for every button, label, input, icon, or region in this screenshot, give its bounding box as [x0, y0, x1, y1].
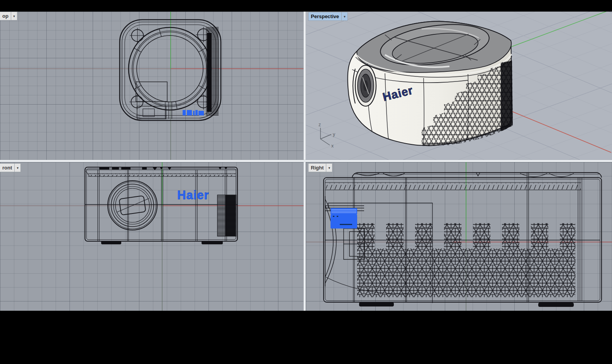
selected-haier-object-right-view[interactable]: [331, 208, 357, 229]
selected-haier-object-top-view[interactable]: [183, 110, 204, 115]
top-view-wireframe: [0, 12, 303, 160]
model-perspective-view[interactable]: Haier: [348, 19, 513, 146]
chevron-down-icon[interactable]: ▾: [341, 12, 348, 20]
gizmo-x-label: x: [331, 143, 334, 149]
viewport-tab-perspective[interactable]: Perspective ▾: [308, 12, 348, 21]
viewport-tab-perspective-label: Perspective: [309, 12, 341, 20]
front-view-axes: [0, 162, 303, 311]
bottom-black-area: [0, 311, 612, 364]
chevron-down-icon[interactable]: ▾: [14, 164, 20, 172]
viewport-tab-top-label: op: [0, 12, 11, 20]
grille-hatch-top-view: [206, 27, 219, 116]
gizmo-z-label: z: [319, 122, 321, 127]
haier-logo-front-selected[interactable]: Haier: [177, 188, 209, 202]
viewport-top[interactable]: op ▾: [0, 12, 303, 160]
lens-front-view: [108, 181, 157, 230]
chevron-down-icon[interactable]: ▾: [326, 164, 332, 172]
viewport-divider-horizontal[interactable]: [0, 160, 612, 162]
perspective-view-shaded: Haier z y x: [306, 12, 612, 160]
axis-gizmo: z y x: [319, 122, 335, 149]
viewport-perspective[interactable]: Haier z y x Perspective ▾: [306, 12, 612, 160]
front-view-wireframe: Haier: [0, 162, 303, 311]
model-right-view[interactable]: [324, 173, 602, 307]
viewport-tab-front-label: ront: [0, 164, 14, 172]
viewport-tab-front[interactable]: ront ▾: [0, 163, 21, 172]
vent-front-view: [217, 195, 236, 236]
perspective-world-axes: [502, 12, 612, 152]
rhino-four-view-workspace: op ▾: [0, 0, 612, 364]
right-view-wireframe: [306, 162, 612, 311]
gizmo-y-label: y: [333, 132, 335, 137]
rim-scallops: [356, 173, 574, 177]
viewport-tab-right[interactable]: Right ▾: [308, 163, 332, 172]
top-view-axes: [0, 12, 303, 160]
top-black-bar: [0, 0, 612, 12]
chevron-down-icon[interactable]: ▾: [11, 12, 17, 20]
model-top-view[interactable]: [120, 20, 221, 120]
viewport-tab-top[interactable]: op ▾: [0, 12, 17, 20]
viewport-tab-right-label: Right: [309, 164, 326, 172]
viewport-front[interactable]: Haier ront ▾: [0, 162, 303, 311]
viewport-right[interactable]: Right ▾: [306, 162, 612, 311]
